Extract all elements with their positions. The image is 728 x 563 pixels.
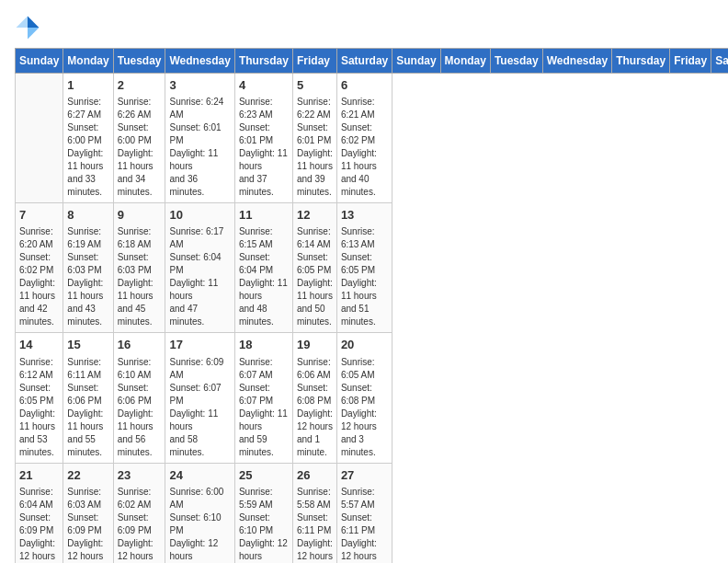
calendar-cell: 23Sunrise: 6:02 AM Sunset: 6:09 PM Dayli… bbox=[113, 463, 165, 563]
day-number: 17 bbox=[169, 337, 230, 353]
calendar-cell: 6Sunrise: 6:21 AM Sunset: 6:02 PM Daylig… bbox=[336, 74, 392, 203]
calendar-cell: 21Sunrise: 6:04 AM Sunset: 6:09 PM Dayli… bbox=[16, 463, 63, 563]
day-info: Sunrise: 6:11 AM Sunset: 6:06 PM Dayligh… bbox=[67, 356, 108, 459]
col-header-saturday: Saturday bbox=[711, 49, 728, 74]
day-info: Sunrise: 6:12 AM Sunset: 6:05 PM Dayligh… bbox=[19, 356, 59, 459]
page-header bbox=[15, 15, 713, 40]
calendar-cell: 13Sunrise: 6:13 AM Sunset: 6:05 PM Dayli… bbox=[336, 203, 392, 333]
day-number: 3 bbox=[169, 77, 230, 94]
day-info: Sunrise: 6:24 AM Sunset: 6:01 PM Dayligh… bbox=[169, 96, 230, 199]
day-number: 21 bbox=[19, 467, 59, 484]
day-number: 25 bbox=[239, 467, 289, 484]
calendar-cell: 24Sunrise: 6:00 AM Sunset: 6:10 PM Dayli… bbox=[165, 463, 234, 563]
col-header-sunday: Sunday bbox=[392, 49, 440, 74]
day-info: Sunrise: 6:10 AM Sunset: 6:06 PM Dayligh… bbox=[118, 356, 162, 459]
calendar-cell: 7Sunrise: 6:20 AM Sunset: 6:02 PM Daylig… bbox=[16, 203, 63, 333]
day-number: 24 bbox=[169, 467, 230, 484]
day-number: 19 bbox=[297, 337, 333, 353]
day-number: 14 bbox=[19, 337, 59, 353]
logo-icon bbox=[15, 15, 40, 40]
day-info: Sunrise: 6:02 AM Sunset: 6:09 PM Dayligh… bbox=[118, 486, 162, 563]
day-number: 16 bbox=[118, 337, 162, 353]
calendar-cell: 11Sunrise: 6:15 AM Sunset: 6:04 PM Dayli… bbox=[234, 203, 292, 333]
day-number: 6 bbox=[341, 77, 388, 94]
day-number: 15 bbox=[67, 337, 108, 353]
day-info: Sunrise: 6:04 AM Sunset: 6:09 PM Dayligh… bbox=[19, 486, 59, 563]
day-number: 10 bbox=[169, 207, 230, 224]
calendar-cell: 14Sunrise: 6:12 AM Sunset: 6:05 PM Dayli… bbox=[16, 333, 63, 463]
day-info: Sunrise: 6:17 AM Sunset: 6:04 PM Dayligh… bbox=[169, 225, 230, 328]
header-thursday: Thursday bbox=[234, 49, 292, 74]
day-info: Sunrise: 6:18 AM Sunset: 6:03 PM Dayligh… bbox=[118, 225, 162, 328]
day-info: Sunrise: 5:58 AM Sunset: 6:11 PM Dayligh… bbox=[297, 486, 333, 563]
calendar-week-3: 14Sunrise: 6:12 AM Sunset: 6:05 PM Dayli… bbox=[16, 333, 729, 463]
header-wednesday: Wednesday bbox=[165, 49, 234, 74]
day-info: Sunrise: 6:19 AM Sunset: 6:03 PM Dayligh… bbox=[67, 225, 108, 328]
header-saturday: Saturday bbox=[336, 49, 392, 74]
calendar-week-1: 1Sunrise: 6:27 AM Sunset: 6:00 PM Daylig… bbox=[16, 74, 729, 203]
calendar-cell: 10Sunrise: 6:17 AM Sunset: 6:04 PM Dayli… bbox=[165, 203, 234, 333]
header-monday: Monday bbox=[63, 49, 113, 74]
calendar-cell: 15Sunrise: 6:11 AM Sunset: 6:06 PM Dayli… bbox=[63, 333, 113, 463]
day-number: 12 bbox=[297, 207, 333, 224]
day-number: 2 bbox=[118, 77, 162, 94]
day-number: 22 bbox=[67, 467, 108, 484]
day-info: Sunrise: 6:26 AM Sunset: 6:00 PM Dayligh… bbox=[118, 96, 162, 199]
header-friday: Friday bbox=[292, 49, 336, 74]
calendar-cell: 20Sunrise: 6:05 AM Sunset: 6:08 PM Dayli… bbox=[336, 333, 392, 463]
day-info: Sunrise: 6:23 AM Sunset: 6:01 PM Dayligh… bbox=[239, 96, 289, 199]
day-info: Sunrise: 5:57 AM Sunset: 6:11 PM Dayligh… bbox=[341, 486, 388, 563]
calendar-cell: 4Sunrise: 6:23 AM Sunset: 6:01 PM Daylig… bbox=[234, 74, 292, 203]
calendar-cell: 12Sunrise: 6:14 AM Sunset: 6:05 PM Dayli… bbox=[292, 203, 336, 333]
day-number: 9 bbox=[118, 207, 162, 224]
calendar-cell: 3Sunrise: 6:24 AM Sunset: 6:01 PM Daylig… bbox=[165, 74, 234, 203]
calendar-cell: 9Sunrise: 6:18 AM Sunset: 6:03 PM Daylig… bbox=[113, 203, 165, 333]
day-info: Sunrise: 6:27 AM Sunset: 6:00 PM Dayligh… bbox=[67, 96, 108, 199]
col-header-monday: Monday bbox=[440, 49, 490, 74]
svg-marker-2 bbox=[17, 17, 28, 28]
day-number: 4 bbox=[239, 77, 289, 94]
day-number: 8 bbox=[67, 207, 108, 224]
calendar-cell: 22Sunrise: 6:03 AM Sunset: 6:09 PM Dayli… bbox=[63, 463, 113, 563]
calendar-cell bbox=[16, 74, 63, 203]
day-info: Sunrise: 6:03 AM Sunset: 6:09 PM Dayligh… bbox=[67, 486, 108, 563]
day-info: Sunrise: 6:07 AM Sunset: 6:07 PM Dayligh… bbox=[239, 356, 289, 459]
header-tuesday: Tuesday bbox=[113, 49, 165, 74]
day-info: Sunrise: 5:59 AM Sunset: 6:10 PM Dayligh… bbox=[239, 486, 289, 563]
day-number: 7 bbox=[19, 207, 59, 224]
calendar-cell: 25Sunrise: 5:59 AM Sunset: 6:10 PM Dayli… bbox=[234, 463, 292, 563]
svg-marker-0 bbox=[28, 17, 39, 28]
calendar-cell: 5Sunrise: 6:22 AM Sunset: 6:01 PM Daylig… bbox=[292, 74, 336, 203]
header-sunday: Sunday bbox=[16, 49, 63, 74]
calendar-header-row: SundayMondayTuesdayWednesdayThursdayFrid… bbox=[16, 49, 729, 74]
day-number: 26 bbox=[297, 467, 333, 484]
calendar-cell: 1Sunrise: 6:27 AM Sunset: 6:00 PM Daylig… bbox=[63, 74, 113, 203]
calendar-week-2: 7Sunrise: 6:20 AM Sunset: 6:02 PM Daylig… bbox=[16, 203, 729, 333]
calendar-cell: 19Sunrise: 6:06 AM Sunset: 6:08 PM Dayli… bbox=[292, 333, 336, 463]
day-info: Sunrise: 6:09 AM Sunset: 6:07 PM Dayligh… bbox=[169, 356, 230, 459]
day-info: Sunrise: 6:05 AM Sunset: 6:08 PM Dayligh… bbox=[341, 356, 388, 459]
day-info: Sunrise: 6:13 AM Sunset: 6:05 PM Dayligh… bbox=[341, 225, 388, 328]
day-info: Sunrise: 6:20 AM Sunset: 6:02 PM Dayligh… bbox=[19, 225, 59, 328]
calendar-cell: 27Sunrise: 5:57 AM Sunset: 6:11 PM Dayli… bbox=[336, 463, 392, 563]
calendar-week-4: 21Sunrise: 6:04 AM Sunset: 6:09 PM Dayli… bbox=[16, 463, 729, 563]
logo bbox=[15, 15, 44, 40]
calendar-cell: 16Sunrise: 6:10 AM Sunset: 6:06 PM Dayli… bbox=[113, 333, 165, 463]
day-number: 1 bbox=[67, 77, 108, 94]
day-info: Sunrise: 6:00 AM Sunset: 6:10 PM Dayligh… bbox=[169, 486, 230, 563]
day-number: 18 bbox=[239, 337, 289, 353]
calendar-cell: 2Sunrise: 6:26 AM Sunset: 6:00 PM Daylig… bbox=[113, 74, 165, 203]
col-header-tuesday: Tuesday bbox=[490, 49, 542, 74]
day-number: 20 bbox=[341, 337, 388, 353]
col-header-friday: Friday bbox=[670, 49, 711, 74]
day-number: 27 bbox=[341, 467, 388, 484]
calendar-cell: 17Sunrise: 6:09 AM Sunset: 6:07 PM Dayli… bbox=[165, 333, 234, 463]
day-info: Sunrise: 6:06 AM Sunset: 6:08 PM Dayligh… bbox=[297, 356, 333, 459]
day-info: Sunrise: 6:21 AM Sunset: 6:02 PM Dayligh… bbox=[341, 96, 388, 199]
col-header-wednesday: Wednesday bbox=[542, 49, 611, 74]
calendar-cell: 18Sunrise: 6:07 AM Sunset: 6:07 PM Dayli… bbox=[234, 333, 292, 463]
svg-marker-1 bbox=[28, 28, 39, 39]
day-number: 5 bbox=[297, 77, 333, 94]
day-number: 23 bbox=[118, 467, 162, 484]
calendar-cell: 26Sunrise: 5:58 AM Sunset: 6:11 PM Dayli… bbox=[292, 463, 336, 563]
